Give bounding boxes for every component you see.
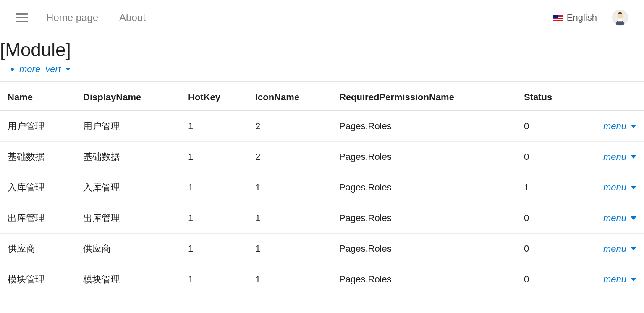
cell-actions: menu: [575, 172, 644, 203]
table-row: 入库管理入库管理11Pages.Roles1menu: [0, 172, 644, 203]
menu-toggle-icon[interactable]: [16, 13, 28, 22]
cell-displayName: 供应商: [76, 234, 181, 264]
cell-iconName: 2: [248, 111, 332, 142]
cell-permission: Pages.Roles: [332, 111, 516, 142]
cell-permission: Pages.Roles: [332, 172, 516, 203]
cell-displayName: 入库管理: [76, 172, 181, 203]
cell-status: 0: [516, 264, 575, 295]
row-menu-button[interactable]: menu: [603, 151, 636, 162]
cell-hotKey: 1: [181, 234, 248, 264]
row-menu-label: menu: [603, 274, 626, 285]
cell-displayName: 基础数据: [76, 142, 181, 172]
cell-status: 1: [516, 172, 575, 203]
cell-hotKey: 1: [181, 264, 248, 295]
cell-displayName: 模块管理: [76, 264, 181, 295]
row-menu-label: menu: [603, 213, 626, 224]
more-actions-button[interactable]: more_vert: [19, 64, 71, 75]
cell-iconName: 1: [248, 203, 332, 234]
cell-displayName: 用户管理: [76, 111, 181, 142]
nav-home[interactable]: Home page: [46, 12, 98, 23]
caret-down-icon: [65, 68, 71, 71]
cell-hotKey: 1: [181, 203, 248, 234]
cell-name: 用户管理: [0, 111, 76, 142]
cell-iconName: 1: [248, 234, 332, 264]
row-menu-label: menu: [603, 151, 626, 162]
cell-iconName: 2: [248, 142, 332, 172]
cell-permission: Pages.Roles: [332, 203, 516, 234]
col-status[interactable]: Status: [516, 82, 575, 111]
caret-down-icon: [631, 278, 636, 281]
table-row: 模块管理模块管理11Pages.Roles0menu: [0, 264, 644, 295]
table-row: 供应商供应商11Pages.Roles0menu: [0, 234, 644, 264]
svg-rect-2: [618, 19, 622, 21]
table-row: 用户管理用户管理12Pages.Roles0menu: [0, 111, 644, 142]
cell-actions: menu: [575, 111, 644, 142]
module-table: Name DisplayName HotKey IconName Require…: [0, 81, 644, 295]
cell-actions: menu: [575, 264, 644, 295]
nav-about[interactable]: About: [119, 12, 146, 23]
more-actions-label: more_vert: [19, 64, 61, 75]
col-icon-name[interactable]: IconName: [248, 82, 332, 111]
cell-iconName: 1: [248, 172, 332, 203]
row-menu-button[interactable]: menu: [603, 274, 636, 285]
cell-status: 0: [516, 203, 575, 234]
table-row: 出库管理出库管理11Pages.Roles0menu: [0, 203, 644, 234]
row-menu-button[interactable]: menu: [603, 243, 636, 254]
caret-down-icon: [631, 125, 636, 128]
row-menu-label: menu: [603, 121, 626, 132]
flag-icon: [553, 15, 563, 21]
action-bar: more_vert: [0, 61, 644, 80]
row-menu-label: menu: [603, 182, 626, 193]
col-actions: [575, 82, 644, 111]
row-menu-button[interactable]: menu: [603, 121, 636, 132]
cell-permission: Pages.Roles: [332, 234, 516, 264]
cell-hotKey: 1: [181, 142, 248, 172]
cell-name: 模块管理: [0, 264, 76, 295]
col-name[interactable]: Name: [0, 82, 76, 111]
cell-actions: menu: [575, 142, 644, 172]
cell-actions: menu: [575, 203, 644, 234]
avatar[interactable]: [612, 10, 628, 26]
cell-permission: Pages.Roles: [332, 142, 516, 172]
cell-displayName: 出库管理: [76, 203, 181, 234]
row-menu-label: menu: [603, 243, 626, 254]
cell-name: 出库管理: [0, 203, 76, 234]
cell-name: 入库管理: [0, 172, 76, 203]
row-menu-button[interactable]: menu: [603, 182, 636, 193]
caret-down-icon: [631, 216, 636, 220]
cell-iconName: 1: [248, 264, 332, 295]
cell-name: 基础数据: [0, 142, 76, 172]
cell-hotKey: 1: [181, 111, 248, 142]
table-row: 基础数据基础数据12Pages.Roles0menu: [0, 142, 644, 172]
language-selector[interactable]: English: [553, 12, 597, 23]
cell-actions: menu: [575, 234, 644, 264]
col-hotkey[interactable]: HotKey: [181, 82, 248, 111]
language-label: English: [567, 12, 597, 23]
top-bar: Home page About English: [0, 0, 644, 35]
cell-status: 0: [516, 234, 575, 264]
caret-down-icon: [631, 247, 636, 250]
col-permission[interactable]: RequiredPermissionName: [332, 82, 516, 111]
caret-down-icon: [631, 186, 636, 189]
cell-hotKey: 1: [181, 172, 248, 203]
avatar-icon: [613, 10, 627, 25]
caret-down-icon: [631, 155, 636, 159]
cell-status: 0: [516, 142, 575, 172]
col-display-name[interactable]: DisplayName: [76, 82, 181, 111]
cell-name: 供应商: [0, 234, 76, 264]
table-header-row: Name DisplayName HotKey IconName Require…: [0, 82, 644, 111]
page-title: [Module]: [0, 35, 644, 61]
cell-status: 0: [516, 111, 575, 142]
row-menu-button[interactable]: menu: [603, 213, 636, 224]
cell-permission: Pages.Roles: [332, 264, 516, 295]
